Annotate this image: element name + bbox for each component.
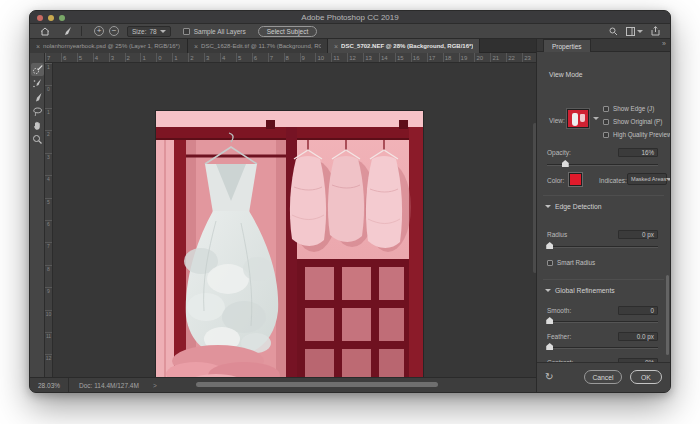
chevron-down-icon [637,30,643,33]
ruler-tick: 19 [459,53,475,62]
show-edge-checkbox[interactable]: Show Edge (J) [603,105,654,112]
zoom-level[interactable]: 28.03% [30,378,69,392]
quick-selection-tool[interactable] [31,63,44,76]
ok-button[interactable]: OK [630,370,662,384]
ruler-tick: 2 [188,53,204,62]
tab-label: nolanhornyearbook.psd @ 25% (Layer 1, RG… [43,43,180,49]
slider-track [547,321,658,323]
slider-thumb[interactable] [546,317,553,324]
horizontal-scrollbar[interactable] [196,382,438,387]
slider-thumb[interactable] [546,343,553,350]
select-subject-button[interactable]: Select Subject [258,26,318,37]
sample-all-layers-checkbox[interactable]: Sample All Layers [183,28,246,35]
ruler-tick: 3 [204,53,220,62]
status-chevron[interactable]: > [153,382,157,389]
cancel-button[interactable]: Cancel [584,370,622,384]
close-icon[interactable]: × [194,43,198,50]
section-label: View Mode [549,71,583,78]
slider-track [547,347,658,349]
overlay-color-swatch[interactable] [569,173,582,186]
chevron-down-icon[interactable] [593,117,599,120]
document-tab-3-active[interactable]: × DSC_5702.NEF @ 28% (Background, RGB/16… [328,39,480,53]
slider-thumb[interactable] [562,160,569,167]
radius-slider[interactable] [547,241,658,249]
collapse-panel-icon[interactable]: » [662,40,666,47]
smooth-value-field[interactable]: 0 [618,306,658,315]
ruler-tick: 2 [125,53,141,62]
smart-radius-checkbox[interactable]: Smart Radius [547,259,595,266]
document-area: × nolanhornyearbook.psd @ 25% (Layer 1, … [30,39,538,392]
brush-size-decrease-button[interactable]: − [109,26,119,36]
edge-detection-section-header[interactable]: Edge Detection [545,203,601,210]
document-tab-2[interactable]: × DSC_1628-Edit.tif @ 11.7% (Background,… [188,39,328,53]
tool-strip [30,53,45,377]
lasso-tool[interactable] [31,105,44,118]
ruler-tick: 1 [45,63,52,85]
brush-tool[interactable] [31,91,44,104]
workspace-switcher[interactable] [626,27,643,36]
photoshop-window: Adobe Photoshop CC 2019 + − Size: 78 Sam… [29,10,671,393]
search-icon[interactable] [609,27,618,36]
high-quality-preview-checkbox[interactable]: High Quality Preview [603,131,671,138]
panel-header: Properties » [537,39,670,52]
home-icon[interactable] [38,26,52,37]
panel-scrollbar[interactable] [666,275,669,355]
panel-body: View Mode View: Show Edge (J) Show Origi… [537,53,670,392]
feather-value-field[interactable]: 0.0 px [618,332,658,341]
brush-size-increase-button[interactable]: + [94,26,104,36]
chevron-down-icon [545,289,551,292]
ruler-tick: 14 [379,53,395,62]
overlay-preview [568,110,588,127]
thumb-gown [572,113,578,126]
ruler-tick: 12 [347,53,363,62]
hand-tool[interactable] [31,119,44,132]
ruler-tick: 3 [109,53,125,62]
tab-properties[interactable]: Properties [543,39,591,52]
ruler-tick: 8 [284,53,300,62]
reset-icon[interactable]: ↺ [545,371,553,382]
checkbox-label: High Quality Preview [613,131,671,138]
view-mode-section-header[interactable]: View Mode [549,71,583,78]
ruler-tick: 2 [45,130,52,152]
zoom-tool[interactable] [31,133,44,146]
indicates-value: Masked Areas [631,176,666,182]
close-icon[interactable]: × [36,43,40,50]
size-value: 78 [149,28,156,35]
slider-thumb[interactable] [546,242,553,249]
radius-value-field[interactable]: 0 px [618,230,658,239]
indicates-dropdown[interactable]: Masked Areas [627,173,667,185]
tab-label: DSC_1628-Edit.tif @ 11.7% (Background, R… [201,43,321,49]
divider [81,26,82,36]
indicates-label: Indicates: [599,177,627,184]
view-mode-thumbnail[interactable] [567,109,589,128]
show-original-checkbox[interactable]: Show Original (P) [603,118,662,125]
ruler-tick: 11 [45,332,52,354]
global-refinements-section-header[interactable]: Global Refinements [545,287,615,294]
ruler-tick: 21 [490,53,506,62]
share-icon[interactable] [651,26,660,36]
sample-all-layers-label: Sample All Layers [194,28,246,35]
ruler-tick: 1 [172,53,188,62]
ruler-tick: 6 [45,220,52,242]
opacity-value-field[interactable]: 16% [618,148,658,157]
document-tab-1[interactable]: × nolanhornyearbook.psd @ 25% (Layer 1, … [30,39,188,53]
smooth-slider[interactable] [547,316,658,324]
ruler-tick: 8 [45,265,52,287]
ruler-tick: 4 [45,175,52,197]
ruler-tick: 7 [268,53,284,62]
ruler-tick: 5 [45,198,52,220]
ruler-tick: 16 [411,53,427,62]
ruler-tick: 0 [156,53,172,62]
opacity-slider[interactable] [547,159,658,167]
canvas-image[interactable] [156,111,423,393]
close-icon[interactable]: × [334,43,338,50]
horizontal-ruler: 7654321012345678910111213141516171819202… [45,53,538,63]
feather-slider[interactable] [547,342,658,350]
brush-preset-icon[interactable] [60,26,74,37]
refine-edge-brush-tool[interactable] [31,77,44,90]
ruler-tick: 10 [45,310,52,332]
brush-size-dropdown[interactable]: Size: 78 [127,26,171,37]
desktop: Adobe Photoshop CC 2019 + − Size: 78 Sam… [0,0,700,424]
titlebar[interactable]: Adobe Photoshop CC 2019 [30,11,670,24]
paneled-door [297,259,409,392]
